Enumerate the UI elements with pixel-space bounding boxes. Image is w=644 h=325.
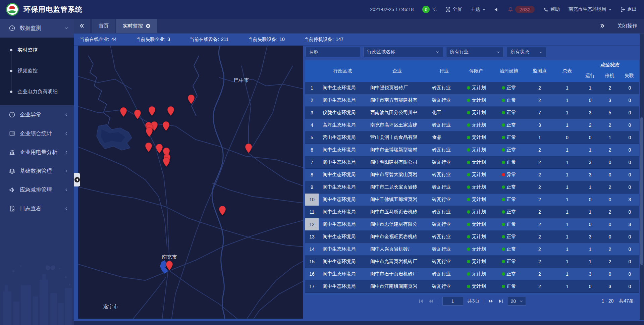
map-canvas[interactable]: 巴中市南充市遂宁市 <box>78 46 303 319</box>
cell-stopped: 1 <box>600 131 620 144</box>
tab-realtime-monitoring[interactable]: 实时监控 <box>116 19 157 33</box>
table-row[interactable]: 6 阆中生态环境局 阆中市金博瑞新型墙材 砖瓦行业 无计划 正常 2 1 1 2… <box>305 144 639 156</box>
fullscreen-button[interactable]: 全屏 <box>445 6 462 12</box>
mute-speaker-button[interactable] <box>494 7 499 12</box>
logout-button[interactable]: 退出 <box>620 6 637 12</box>
status-dot-icon <box>467 99 470 102</box>
tab-close-icon[interactable] <box>146 23 151 29</box>
map-pin[interactable] <box>120 107 127 117</box>
cell-index: 4 <box>305 119 319 131</box>
cell-monitor-points: 2 <box>525 82 554 94</box>
map-pin[interactable] <box>187 94 195 104</box>
table-row[interactable]: 16 阆中生态环境局 阆中市石子页岩机砖厂 砖瓦行业 无计划 正常 2 1 3 … <box>305 268 639 280</box>
sidebar-subitem[interactable]: 企业电力负荷明细 <box>0 81 74 102</box>
table-row[interactable]: 13 阆中生态环境局 阆中市金福旺页岩机砖 砖瓦行业 无计划 正常 2 1 3 … <box>305 231 639 243</box>
cell-facility-status: 正常 <box>492 144 525 156</box>
cell-stopped: 5 <box>600 107 620 119</box>
status-dot-icon <box>502 185 505 189</box>
page-size-select[interactable]: 20 <box>508 297 526 306</box>
map-pin[interactable] <box>219 206 226 216</box>
status-dot-icon <box>467 86 470 90</box>
theme-dropdown[interactable]: 主题 <box>471 6 485 12</box>
status-dot-icon <box>467 272 470 276</box>
chevron-icon <box>64 188 68 192</box>
table-row[interactable]: 8 阆中生态环境局 阆中市枣碧大梁山页岩 砖瓦行业 无计划 异常 2 1 3 0… <box>305 169 639 181</box>
sidebar-item-enterprise-abnormal[interactable]: 企业异常 <box>0 105 74 124</box>
col-header-points: 监测点 <box>525 60 554 82</box>
status-select[interactable]: 所有状态 <box>507 47 546 57</box>
sidebar-subitem[interactable]: 实时监控 <box>0 40 74 60</box>
table-row[interactable]: 9 阆中生态环境局 阆中市二龙长宝页岩砖 砖瓦行业 无计划 正常 2 1 1 2… <box>305 181 639 194</box>
tab-home[interactable]: 首页 <box>92 19 115 33</box>
sidebar-subitem[interactable]: 视频监控 <box>0 60 74 81</box>
cell-index: 13 <box>305 231 319 243</box>
sidebar-item-enterprise-statistics[interactable]: 企业综合统计 <box>0 124 74 143</box>
cell-production-status: 无计划 <box>460 119 492 131</box>
sidebar-item-base-data-management[interactable]: 基础数据管理 <box>0 162 74 180</box>
cell-stopped: 0 <box>600 231 620 243</box>
map-pin[interactable] <box>148 106 156 116</box>
cell-disconnected: 0 <box>620 268 639 280</box>
scrollbar-thumb[interactable] <box>640 117 643 265</box>
table-row[interactable]: 11 阆中生态环境局 阆中市五马桥页岩机砖 砖瓦行业 无计划 正常 2 1 1 … <box>305 206 639 218</box>
cell-monitor-points: 2 <box>525 144 554 156</box>
cell-industry: 砖瓦行业 <box>428 194 460 206</box>
sidebar-collapse-handle[interactable] <box>74 173 80 186</box>
next-page-button[interactable] <box>488 299 494 304</box>
map-pin[interactable] <box>245 143 252 153</box>
filter-bar: 行政区域名称 所有行业 所有状态 <box>305 46 639 58</box>
table-row[interactable]: 12 阆中生态环境局 阆中市忠信建材有限公 砖瓦行业 无计划 正常 2 1 0 … <box>305 218 639 231</box>
name-search-input[interactable] <box>305 47 360 57</box>
cell-industry: 食品 <box>428 131 460 144</box>
map-pin[interactable] <box>162 121 170 131</box>
org-dropdown[interactable]: 南充市生态环境局 <box>569 6 611 12</box>
cell-index: 6 <box>305 144 319 156</box>
region-select[interactable]: 行政区域名称 <box>363 47 443 57</box>
table-row[interactable]: 5 营山生态环境局 营山县润丰肉食品有限 食品 无计划 正常 1 0 0 1 0 <box>305 131 639 144</box>
table-row[interactable]: 10 阆中生态环境局 阆中千佛镇五郎垭页岩 砖瓦行业 无计划 正常 2 1 0 … <box>305 194 639 206</box>
sidebar-item-emergency-reduction[interactable]: 应急减排管理 <box>0 180 74 199</box>
sidebar-item-data-monitoring[interactable]: 数据监测 <box>0 19 74 38</box>
cell-monitor-points: 2 <box>525 194 554 206</box>
page-number-input[interactable] <box>442 297 463 306</box>
cell-production-status: 无计划 <box>460 181 492 193</box>
cell-stopped: 0 <box>600 156 620 168</box>
sidebar-item-label: 数据监测 <box>20 25 64 32</box>
cell-total-meters: 1 <box>554 280 580 292</box>
record-total-label: 共47条 <box>619 298 634 304</box>
help-button[interactable]: 帮助 <box>543 6 560 12</box>
sidebar-item-log-view[interactable]: 日志查看 <box>0 199 74 218</box>
map-pin[interactable] <box>166 261 173 271</box>
table-row[interactable]: 2 阆中生态环境局 阆中市南方节能建材有 砖瓦行业 无计划 正常 2 1 0 3… <box>305 94 639 107</box>
cell-facility-status: 正常 <box>492 256 525 268</box>
table-row[interactable]: 4 高坪生态环境局 南充市高坪区王家店建 砖瓦行业 无计划 正常 3 1 2 2… <box>305 119 639 131</box>
tabs-scroll-left-button[interactable] <box>74 19 90 33</box>
map-pin[interactable] <box>146 127 153 137</box>
cell-company: 营山县润丰肉食品有限 <box>366 131 428 144</box>
first-page-button[interactable] <box>418 299 424 304</box>
close-operations-button[interactable]: 关闭操作 <box>617 23 637 29</box>
map-pin[interactable] <box>163 157 170 167</box>
industry-select[interactable]: 所有行业 <box>446 47 504 57</box>
table-row[interactable]: 7 阆中生态环境局 阆中明阳建材有限公司 砖瓦行业 无计划 正常 2 1 3 0… <box>305 156 639 169</box>
map-pin[interactable] <box>145 142 152 152</box>
table-row[interactable]: 1 阆中生态环境局 阆中强锐页岩砖厂 砖瓦行业 无计划 正常 2 1 1 2 0 <box>305 82 639 94</box>
cell-disconnected: 0 <box>620 169 639 181</box>
cell-region: 阆中生态环境局 <box>319 280 366 292</box>
last-page-button[interactable] <box>498 299 503 304</box>
prev-page-button[interactable] <box>428 299 433 304</box>
table-row[interactable]: 15 阆中生态环境局 阆中市光富页岩机砖厂 砖瓦行业 无计划 正常 2 1 1 … <box>305 256 639 268</box>
map-pin[interactable] <box>134 109 141 119</box>
tabs-scroll-right-button[interactable] <box>600 23 605 29</box>
map-city-label: 南充市 <box>162 254 177 260</box>
table-row[interactable]: 17 阆中生态环境局 阆中市江南镇阆南页岩 砖瓦行业 无计划 正常 2 1 0 … <box>305 280 639 293</box>
notifications[interactable]: 2632 <box>508 6 535 13</box>
cell-region: 阆中生态环境局 <box>319 169 366 181</box>
sidebar-item-power-usage-analysis[interactable]: 企业用电量分析 <box>0 143 74 162</box>
vertical-scrollbar[interactable] <box>640 34 644 320</box>
status-dot-icon <box>502 86 505 90</box>
map-pin[interactable] <box>167 106 174 116</box>
table-row[interactable]: 3 仪陇生态环境局 西南油气田分公司川中 化工 无计划 正常 7 1 3 5 0 <box>305 107 639 119</box>
map-pin[interactable] <box>156 144 163 154</box>
table-row[interactable]: 14 阆中生态环境局 阆中大兴页岩机砖厂 砖瓦行业 无计划 正常 2 1 1 2… <box>305 243 639 256</box>
